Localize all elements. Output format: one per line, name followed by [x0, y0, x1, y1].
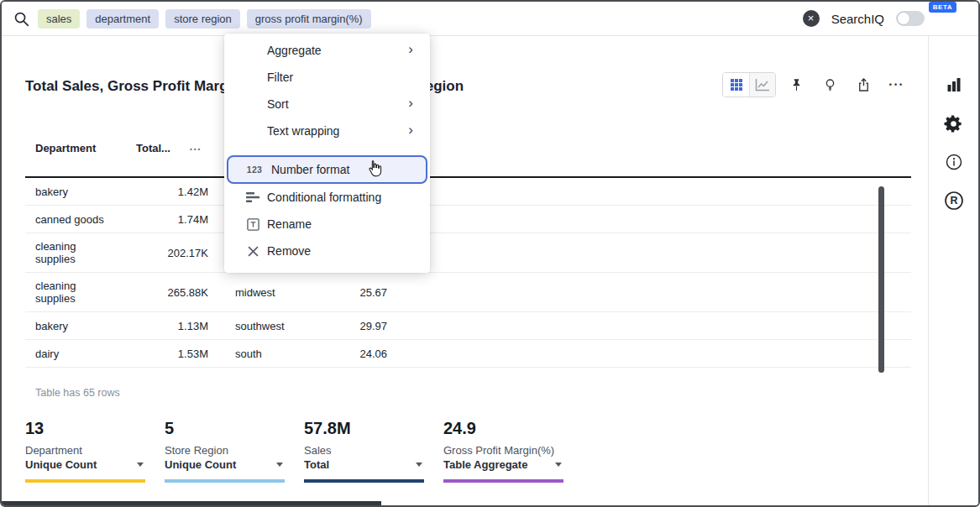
product-label: SearchIQ	[831, 12, 884, 26]
table-body: bakery1.42Mcanned goods1.74Mcleaning sup…	[25, 178, 911, 368]
search-bar: salesdepartmentstore regiongross profit …	[2, 2, 978, 36]
table-cell: 29.97	[312, 313, 405, 339]
table-view-button[interactable]	[723, 73, 749, 97]
card-value: 5	[165, 419, 285, 437]
card-aggregation-label: Table Aggregate	[443, 458, 527, 471]
bar-chart-icon[interactable]	[942, 73, 966, 97]
menu-item-label: Conditional formatting	[267, 191, 381, 204]
column-header-department[interactable]: Department	[25, 142, 126, 154]
table-cell: midwest	[227, 280, 312, 306]
card-aggregation-label: Total	[304, 458, 329, 471]
search-token-store-region[interactable]: store region	[165, 9, 240, 29]
more-ellipsis-button[interactable]: •••	[884, 72, 909, 97]
summary-card-sales: 57.8MSalesTotal	[304, 419, 424, 483]
toolbar-actions: •••	[783, 72, 909, 97]
table-row[interactable]: cleaning supplies202.17K	[25, 233, 911, 273]
view-toggle-group	[722, 72, 776, 97]
gear-icon[interactable]	[942, 112, 966, 135]
table-row[interactable]: dairy1.53Msouth24.06	[25, 340, 911, 368]
search-token-department[interactable]: department	[86, 9, 159, 29]
table-cell: southwest	[227, 313, 312, 339]
menu-item-label: Filter	[267, 71, 293, 84]
table-row[interactable]: cleaning supplies265.88Kmidwest25.67	[25, 273, 911, 312]
card-aggregation-selector[interactable]: Unique Count	[25, 458, 145, 471]
menu-item-remove[interactable]: Remove	[224, 238, 430, 264]
menu-item-text-wrapping[interactable]: Text wrapping›	[224, 118, 430, 144]
horizontal-scrollbar-thumb[interactable]	[2, 501, 381, 505]
beta-badge: BETA	[929, 2, 956, 13]
table-cell: 24.06	[312, 341, 405, 367]
app-window: salesdepartmentstore regiongross profit …	[0, 0, 980, 507]
clear-search-button[interactable]: ×	[803, 10, 820, 27]
search-token-list: salesdepartmentstore regiongross profit …	[38, 9, 371, 29]
card-aggregation-selector[interactable]: Table Aggregate	[443, 458, 563, 471]
toggle-knob[interactable]	[897, 12, 910, 25]
searchiq-toggle[interactable]: BETA	[896, 11, 925, 26]
menu-item-label: Remove	[267, 244, 311, 258]
table-cell: cleaning supplies	[25, 273, 126, 311]
table-cell: 265.88K	[126, 280, 227, 306]
table-cell: 202.17K	[126, 240, 227, 266]
submenu-arrow-icon: ›	[408, 123, 413, 137]
search-token-gross-profit-margin[interactable]: gross profit margin(%)	[247, 9, 371, 29]
right-rail: R	[928, 36, 978, 505]
table-cell: bakery	[25, 313, 126, 339]
table-cell: 1.53M	[126, 341, 227, 367]
summary-card-department: 13DepartmentUnique Count	[25, 419, 145, 483]
answer-toolbar: •••	[722, 72, 909, 97]
card-aggregation-selector[interactable]: Total	[304, 458, 424, 471]
menu-item-label: Aggregate	[267, 44, 322, 57]
menu-item-label: Rename	[267, 217, 312, 231]
info-icon[interactable]	[942, 150, 966, 174]
card-aggregation-label: Unique Count	[165, 458, 236, 471]
summary-card-gross-profit-margin: 24.9Gross Profit Margin(%)Table Aggregat…	[443, 419, 563, 483]
card-aggregation-selector[interactable]: Unique Count	[165, 458, 285, 471]
card-label: Gross Profit Margin(%)	[443, 444, 563, 457]
table-row[interactable]: canned goods1.74M	[25, 206, 911, 233]
menu-item-conditional-formatting[interactable]: Conditional formatting	[224, 184, 430, 211]
share-button[interactable]	[851, 72, 876, 97]
table-cell: bakery	[25, 179, 126, 205]
summary-card-row: 13DepartmentUnique Count5Store RegionUni…	[25, 419, 563, 483]
menu-item-filter[interactable]: Filter	[224, 64, 430, 91]
search-icon	[13, 11, 29, 27]
table-cell: canned goods	[25, 206, 126, 233]
chevron-down-icon	[416, 463, 422, 467]
lightbulb-button[interactable]	[817, 72, 842, 97]
rename-icon	[244, 218, 261, 231]
menu-item-sort[interactable]: Sort›	[224, 91, 430, 118]
submenu-arrow-icon: ›	[408, 96, 413, 110]
table-cell: 25.67	[312, 280, 405, 306]
card-color-bar	[25, 479, 145, 483]
r-logo-icon[interactable]: R	[942, 189, 966, 212]
pin-button[interactable]	[783, 72, 809, 97]
menu-item-label: Text wrapping	[267, 124, 339, 138]
table-cell: cleaning supplies	[25, 233, 126, 272]
column-header-total-sales[interactable]: Total...	[126, 142, 227, 154]
menu-item-aggregate[interactable]: Aggregate›	[224, 37, 430, 64]
card-label: Department	[25, 444, 145, 457]
chevron-down-icon	[137, 463, 144, 467]
card-value: 57.8M	[304, 419, 424, 437]
menu-divider	[224, 144, 430, 155]
conditional-formatting-icon	[244, 191, 261, 203]
topbar-right-controls: × SearchIQ BETA	[803, 10, 928, 27]
row-count-note: Table has 65 rows	[35, 387, 120, 399]
card-color-bar	[165, 479, 285, 483]
table-row[interactable]: bakery1.13Msouthwest29.97	[25, 312, 911, 340]
menu-item-rename[interactable]: Rename	[224, 211, 430, 238]
vertical-scrollbar-thumb[interactable]	[878, 186, 884, 373]
svg-text:R: R	[950, 195, 957, 206]
table-cell: 1.42M	[126, 179, 227, 205]
chevron-down-icon	[276, 463, 283, 467]
table-cell: dairy	[25, 341, 126, 367]
table-header-row: Department Total... •••	[25, 119, 911, 178]
card-aggregation-label: Unique Count	[25, 458, 97, 471]
chart-view-button[interactable]	[749, 73, 775, 97]
column-menu-trigger-icon[interactable]: •••	[190, 145, 202, 153]
menu-item-number-format[interactable]: 123Number format	[227, 155, 427, 184]
result-table: Department Total... ••• bakery1.42Mcanne…	[25, 119, 911, 368]
table-row[interactable]: bakery1.42M	[25, 178, 911, 206]
search-token-sales[interactable]: sales	[38, 9, 80, 29]
menu-item-label: Sort	[267, 97, 289, 111]
